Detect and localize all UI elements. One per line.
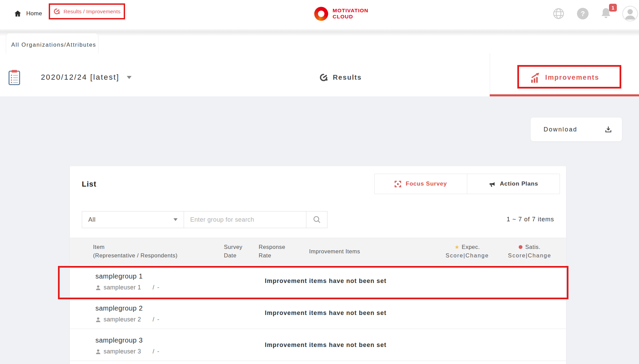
search-input[interactable] xyxy=(184,211,306,228)
download-icon xyxy=(604,125,612,133)
expec-label: Expec. xyxy=(462,244,480,250)
active-tab-underline xyxy=(490,94,639,96)
filter-value: All xyxy=(88,216,173,223)
representative-name: sampleuser 1 xyxy=(104,284,141,291)
megaphone-icon xyxy=(489,180,496,188)
gauge-icon xyxy=(319,73,328,82)
satis-score-change: Score|Change xyxy=(502,251,558,260)
breadcrumb-section: All Organizations/Attributes xyxy=(0,27,639,53)
help-button[interactable]: ? xyxy=(577,8,589,19)
filter-dropdown[interactable]: All xyxy=(82,211,184,228)
logo-ring-icon xyxy=(314,7,328,21)
column-improvement-items: Improvement Items xyxy=(309,247,360,256)
nav-results-improvements[interactable]: Results / Improvements xyxy=(49,3,125,19)
search-button[interactable] xyxy=(306,211,328,228)
logo-text-line2: CLOUD xyxy=(333,14,368,20)
download-label: Download xyxy=(544,126,577,133)
home-icon xyxy=(14,10,22,18)
action-plans-label: Action Plans xyxy=(500,180,538,187)
column-item: Item (Representative / Respondents) xyxy=(93,243,178,260)
focus-icon xyxy=(394,180,401,188)
list-card: List Focus Survey xyxy=(70,166,566,364)
column-response-rate: Response Rate xyxy=(259,243,294,260)
table-row-samplegroup-3[interactable]: samplegroup 3 sampleuser 3 / - Improveme… xyxy=(70,329,566,361)
survey-date-selector[interactable]: 2020/12/24 [latest] xyxy=(41,53,132,96)
representative-name: sampleuser 3 xyxy=(104,348,141,355)
table-body: samplegroup 1 sampleuser 1 / - Improveme… xyxy=(70,265,566,361)
user-avatar-icon xyxy=(623,6,637,21)
survey-date-value: 2020/12/24 [latest] xyxy=(41,73,119,82)
expec-score-change: Score|Change xyxy=(439,251,495,260)
avatar[interactable] xyxy=(622,6,638,21)
table-header: Item (Representative / Respondents) Surv… xyxy=(70,238,566,265)
gauge-icon xyxy=(53,8,60,15)
list-actions: Focus Survey Action Plans xyxy=(374,174,560,194)
tab-improvements-label: Improvements xyxy=(545,74,599,81)
user-icon xyxy=(95,285,101,290)
respondents-ratio: / - xyxy=(153,316,160,323)
star-icon: ★ xyxy=(455,244,460,250)
user-icon xyxy=(95,349,101,354)
satis-label: Satis. xyxy=(525,244,540,250)
caret-down-icon xyxy=(173,218,178,221)
user-icon xyxy=(95,317,101,322)
group-name: samplegroup 2 xyxy=(95,304,143,312)
globe-icon xyxy=(553,8,564,19)
column-satis: Satis. Score|Change xyxy=(502,243,558,260)
column-expec: ★Expec. Score|Change xyxy=(439,243,495,260)
home-label: Home xyxy=(26,10,42,17)
focus-survey-button[interactable]: Focus Survey xyxy=(375,174,467,194)
column-item-line1: Item xyxy=(93,243,178,251)
satis-dot-icon xyxy=(519,245,522,249)
clipboard-icon xyxy=(8,69,20,85)
column-item-line2: (Representative / Respondents) xyxy=(93,251,178,260)
nav-home[interactable]: Home xyxy=(14,0,42,27)
group-name: samplegroup 3 xyxy=(95,336,143,344)
tab-results-label: Results xyxy=(333,74,362,81)
action-plans-button[interactable]: Action Plans xyxy=(467,174,560,194)
breadcrumb: All Organizations/Attributes xyxy=(11,42,96,48)
tab-results[interactable]: Results xyxy=(191,53,490,96)
table-row-samplegroup-2[interactable]: samplegroup 2 sampleuser 2 / - Improveme… xyxy=(70,297,566,329)
representative-name: sampleuser 2 xyxy=(104,316,141,323)
notifications-button[interactable]: 1 xyxy=(600,7,616,22)
brand-logo: MOTIVATION CLOUD xyxy=(314,0,368,27)
respondents-ratio: / - xyxy=(153,348,160,355)
caret-down-icon xyxy=(127,76,132,79)
nav-results-improvements-label: Results / Improvements xyxy=(63,9,120,15)
tab-improvements[interactable]: Improvements xyxy=(490,53,639,96)
respondents-ratio: / - xyxy=(153,284,160,291)
chart-up-icon xyxy=(530,72,541,83)
search-icon xyxy=(313,215,321,224)
improvement-status: Improvement items have not been set xyxy=(265,310,386,317)
app-header: Home Results / Improvements MOTIVATION C… xyxy=(0,0,639,27)
focus-survey-label: Focus Survey xyxy=(406,180,447,187)
improvement-status: Improvement items have not been set xyxy=(265,278,386,285)
improvement-status: Improvement items have not been set xyxy=(265,342,386,349)
notification-badge: 1 xyxy=(609,4,617,12)
column-survey-date: Survey Date xyxy=(224,243,252,260)
table-row-samplegroup-1[interactable]: samplegroup 1 sampleuser 1 / - Improveme… xyxy=(70,265,566,297)
language-globe-button[interactable] xyxy=(553,8,564,19)
download-button[interactable]: Download xyxy=(531,117,622,141)
items-count: 1 ~ 7 of 7 items xyxy=(506,216,554,223)
list-title: List xyxy=(82,180,96,189)
group-name: samplegroup 1 xyxy=(95,272,143,280)
page: Home Results / Improvements MOTIVATION C… xyxy=(0,0,639,364)
help-icon: ? xyxy=(581,10,585,18)
logo-text-line1: MOTIVATION xyxy=(333,7,368,14)
survey-selector-bar: 2020/12/24 [latest] Results I xyxy=(0,53,639,96)
